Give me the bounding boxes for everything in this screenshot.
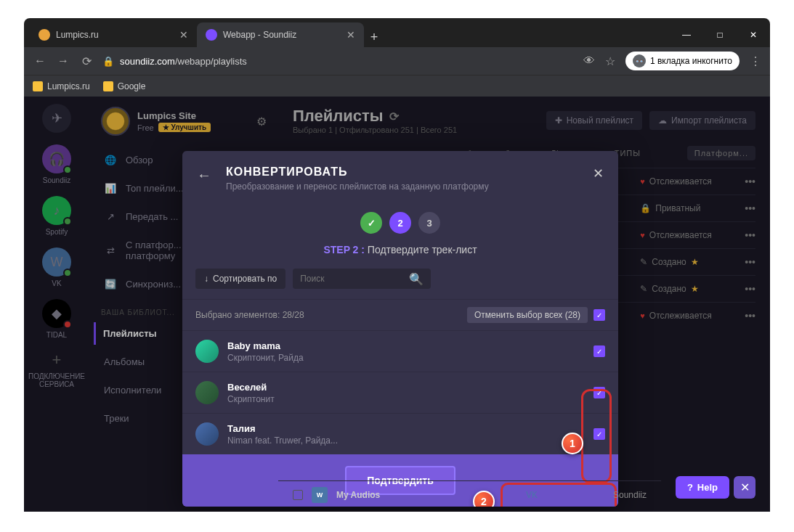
step-3: 3 <box>418 212 440 234</box>
tab-soundiiz[interactable]: Webapp - Soundiiz ✕ <box>197 22 364 47</box>
folder-icon <box>103 81 113 91</box>
help-close-button[interactable]: ✕ <box>734 476 755 499</box>
master-checkbox[interactable]: ✓ <box>594 309 605 321</box>
modal-title: КОНВЕРТИРОВАТЬ <box>226 165 601 179</box>
callout-1: 1 <box>562 433 583 454</box>
help-icon: ? <box>687 482 693 493</box>
checkbox[interactable] <box>293 490 303 500</box>
track-row[interactable]: Baby mamaСкриптонит, Райда ✓ <box>182 330 618 372</box>
incognito-badge[interactable]: 👓 1 вкладка инкогнито <box>625 52 740 70</box>
back-icon[interactable]: ← <box>197 167 211 184</box>
stepper: ✓ 2 3 <box>182 212 618 234</box>
app-content: ✈ 🎧Soundiiz ♪Spotify WVK ◆TIDAL +ПОДКЛЮЧ… <box>24 97 770 512</box>
track-checkbox[interactable]: ✓ <box>594 345 605 357</box>
bottom-row[interactable]: W My Audios VK Soundiiz <box>278 480 661 509</box>
track-art <box>195 340 219 363</box>
track-checkbox[interactable]: ✓ <box>594 387 605 398</box>
address-bar: ← → ⟳ 🔒 soundiiz.com/webapp/playlists 👁 … <box>24 47 770 75</box>
selected-count: Выбрано элементов: 28/28 <box>195 310 304 320</box>
menu-icon[interactable]: ⋮ <box>750 54 761 68</box>
url-domain: soundiiz.com <box>120 56 175 67</box>
favicon-icon <box>206 29 217 41</box>
new-tab-button[interactable]: + <box>364 27 384 47</box>
incognito-label: 1 вкладка инкогнито <box>650 56 732 66</box>
incognito-icon: 👓 <box>633 54 646 67</box>
bookmark-lumpics[interactable]: Lumpics.ru <box>33 81 90 91</box>
url-field[interactable]: 🔒 soundiiz.com/webapp/playlists <box>102 56 575 67</box>
search-field[interactable]: 🔍 <box>293 269 431 289</box>
browser-window: — □ ✕ Lumpics.ru ✕ Webapp - Soundiiz ✕ +… <box>24 18 770 512</box>
reload-icon[interactable]: ⟳ <box>79 54 94 68</box>
tab-lumpics[interactable]: Lumpics.ru ✕ <box>30 22 197 47</box>
back-icon[interactable]: ← <box>33 54 47 67</box>
search-input[interactable] <box>300 269 409 289</box>
close-window-button[interactable]: ✕ <box>737 24 770 46</box>
convert-modal: ← КОНВЕРТИРОВАТЬ Преобразование и перено… <box>182 151 618 507</box>
eye-off-icon[interactable]: 👁 <box>583 54 595 67</box>
close-tab-icon[interactable]: ✕ <box>179 29 188 41</box>
star-icon[interactable]: ☆ <box>605 54 615 68</box>
step-1-done: ✓ <box>360 212 382 234</box>
search-icon: 🔍 <box>409 272 424 286</box>
deselect-all-button[interactable]: Отменить выбор всех (28) <box>467 307 588 323</box>
window-controls: — □ ✕ <box>670 24 770 46</box>
toolbar-right: 👁 ☆ 👓 1 вкладка инкогнито ⋮ <box>583 52 761 70</box>
minimize-button[interactable]: — <box>670 24 703 46</box>
tab-bar: Lumpics.ru ✕ Webapp - Soundiiz ✕ + <box>24 18 770 47</box>
track-row[interactable]: ТалияNiman feat. Truwer, Райда... ✓ <box>182 413 618 454</box>
track-art <box>195 422 219 446</box>
step-label: STEP 2 : Подтвердите трек-лист <box>182 244 618 255</box>
selection-row: Выбрано элементов: 28/28 Отменить выбор … <box>182 299 618 330</box>
folder-icon <box>33 81 43 91</box>
track-art <box>195 381 219 404</box>
sort-button[interactable]: ↓Сортировать по <box>195 269 285 289</box>
step-2-current: 2 <box>389 212 411 234</box>
help-widget: ?Help ✕ <box>676 476 755 499</box>
help-button[interactable]: ?Help <box>676 476 729 499</box>
forward-icon[interactable]: → <box>56 54 70 67</box>
tab-title: Webapp - Soundiiz <box>223 30 296 40</box>
maximize-button[interactable]: □ <box>703 24 737 46</box>
close-modal-icon[interactable]: ✕ <box>593 165 604 181</box>
close-tab-icon[interactable]: ✕ <box>347 29 355 41</box>
track-row[interactable]: ВеселейСкриптонит ✓ <box>182 372 618 413</box>
url-path: /webapp/playlists <box>175 56 247 67</box>
sort-icon: ↓ <box>204 274 208 284</box>
bookmarks-bar: Lumpics.ru Google <box>24 75 770 97</box>
favicon-icon <box>39 29 50 41</box>
tab-title: Lumpics.ru <box>56 30 99 40</box>
track-checkbox[interactable]: ✓ <box>594 428 605 440</box>
lock-icon: 🔒 <box>102 56 114 67</box>
modal-subtitle: Преобразование и перенос плейлистов на з… <box>226 181 601 192</box>
vk-icon: W <box>312 487 328 503</box>
bookmark-google[interactable]: Google <box>103 81 146 91</box>
